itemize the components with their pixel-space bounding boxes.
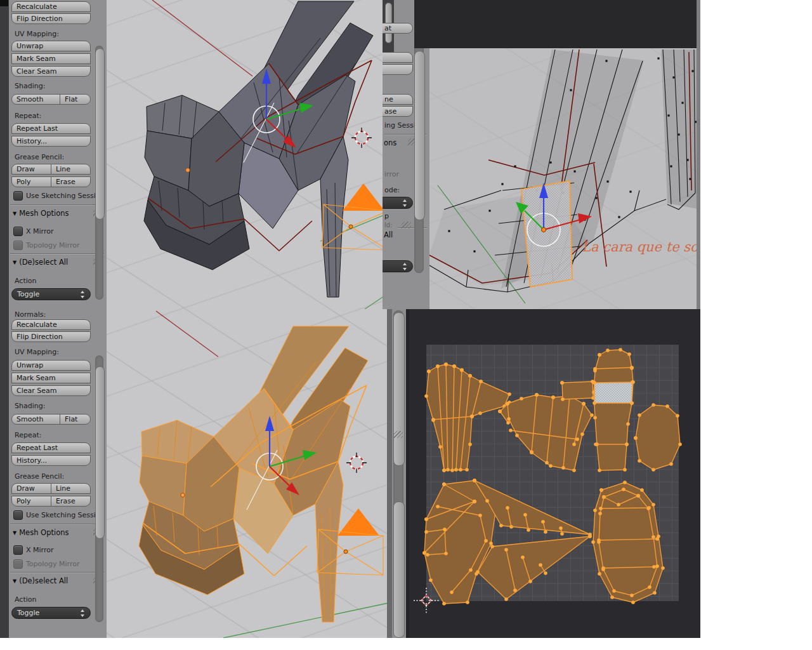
collapse-triangle-icon: ▼: [13, 530, 16, 536]
repeat-last-button[interactable]: Repeat Last: [11, 123, 91, 134]
smooth-button[interactable]: Smooth: [11, 414, 60, 425]
corner-block: [0, 0, 8, 6]
action-label: Action: [15, 595, 36, 604]
x-mirror-label: X Mirror: [26, 546, 53, 554]
x-mirror-checkbox[interactable]: [13, 545, 23, 555]
draw-button[interactable]: Draw: [11, 483, 51, 494]
annotation-text: La cara que te sobra: [582, 239, 700, 255]
sketching-label-fragment: ing Sessi: [384, 121, 416, 129]
mirror-label-fragment: irror: [384, 170, 399, 178]
p-label-fragment: p: [384, 212, 389, 220]
clear-seam-button[interactable]: Clear Seam: [11, 66, 91, 77]
action-dropdown[interactable]: Toggle: [11, 607, 91, 619]
history-button[interactable]: History...: [11, 136, 91, 147]
use-sketching-checkbox[interactable]: [13, 510, 23, 520]
viewport-3d-edit-top[interactable]: [107, 0, 388, 309]
mesh-options-header[interactable]: ▼Mesh Options: [13, 209, 69, 218]
edge-divider-dark: [406, 309, 409, 638]
flat-button[interactable]: Flat: [60, 414, 91, 425]
uv-island-blob[interactable]: [636, 405, 680, 470]
dropdown-arrows-icon: [80, 609, 86, 617]
topology-mirror-label: Topology Mirror: [26, 241, 79, 249]
clipped-button[interactable]: [383, 52, 413, 63]
ld-label-fragment: ld:: [384, 222, 393, 229]
repeat-last-button[interactable]: Repeat Last: [11, 442, 91, 453]
composite-screenshot: La cara que te sobra: [0, 0, 812, 650]
uv-selected-face[interactable]: [594, 382, 632, 403]
erase-button-fragment[interactable]: ase: [383, 106, 413, 117]
flat-button-fragment[interactable]: at: [383, 23, 413, 34]
mesh-options-header[interactable]: ▼Mesh Options: [13, 528, 69, 537]
viewport-wireframe[interactable]: La cara que te sobra: [429, 48, 700, 309]
all-header-fragment[interactable]: All: [384, 230, 393, 239]
shading-label: Shading:: [15, 82, 45, 90]
collapse-triangle-icon: ▼: [13, 578, 16, 584]
mark-seam-button[interactable]: Mark Seam: [11, 373, 91, 383]
repeat-label: Repeat:: [15, 112, 41, 120]
shading-label: Shading:: [15, 402, 45, 410]
history-button[interactable]: History...: [11, 455, 91, 466]
line-button[interactable]: Line: [51, 483, 91, 494]
topology-mirror-checkbox[interactable]: [13, 241, 23, 250]
topology-mirror-label: Topology Mirror: [26, 560, 79, 568]
dropdown-arrows-icon: [80, 291, 86, 298]
dropdown-arrows-icon: [402, 199, 408, 207]
editor-edge-strip: [0, 0, 9, 638]
clipped-dropdown[interactable]: [383, 197, 413, 209]
deselect-all-header[interactable]: ▼(De)select All: [13, 258, 68, 267]
flip-direction-button[interactable]: Flip Direction: [11, 331, 91, 342]
uv-scrollbar-thumb[interactable]: [393, 501, 405, 638]
use-sketching-label: Use Sketching Sessi: [26, 192, 96, 200]
object-origin-dot: [186, 168, 190, 172]
recalculate-button[interactable]: Recalculate: [11, 319, 91, 330]
flip-direction-button[interactable]: Flip Direction: [11, 13, 91, 24]
poly-button[interactable]: Poly: [11, 176, 51, 187]
grease-pencil-label: Grease Pencil:: [15, 153, 64, 161]
action-label: Action: [15, 277, 36, 285]
shelf-scrollbar-thumb[interactable]: [95, 48, 105, 220]
panel-drag-grip-icon[interactable]: [402, 222, 411, 229]
mark-seam-button[interactable]: Mark Seam: [11, 53, 91, 64]
clear-seam-button[interactable]: Clear Seam: [11, 385, 91, 396]
editor-header-bar: [414, 0, 700, 48]
dropdown-arrows-icon: [402, 263, 408, 270]
unwrap-button[interactable]: Unwrap: [11, 41, 91, 51]
uv-scrollbar-thumb[interactable]: [393, 312, 405, 466]
collapse-triangle-icon: ▼: [13, 211, 16, 216]
smooth-button[interactable]: Smooth: [11, 94, 60, 105]
topology-mirror-checkbox[interactable]: [13, 559, 23, 569]
shelf-scrollbar-thumb[interactable]: [95, 366, 105, 539]
use-sketching-checkbox[interactable]: [13, 191, 23, 201]
viewport-3d-edit-bottom[interactable]: [107, 309, 390, 638]
options-header-fragment[interactable]: ons: [384, 138, 396, 147]
uv-mapping-label: UV Mapping:: [15, 348, 59, 356]
recalculate-button[interactable]: Recalculate: [11, 1, 91, 12]
shelf-scrollbar-thumb[interactable]: [414, 51, 425, 220]
tool-shelf-bottom: Normals: Recalculate Flip Direction UV M…: [9, 309, 107, 638]
line-button-fragment[interactable]: ne: [383, 94, 413, 105]
unwrap-button[interactable]: Unwrap: [11, 360, 91, 371]
mode-label-fragment: ode:: [384, 186, 400, 194]
clipped-button[interactable]: [383, 64, 413, 75]
edge-divider: [387, 309, 392, 638]
editor-right-border: [697, 0, 700, 309]
erase-button[interactable]: Erase: [51, 176, 91, 187]
deselect-all-header[interactable]: ▼(De)select All: [13, 576, 68, 585]
action-dropdown[interactable]: Toggle: [11, 288, 91, 300]
tool-shelf-top: Recalculate Flip Direction UV Mapping: U…: [9, 0, 107, 309]
flat-button[interactable]: Flat: [60, 94, 91, 105]
x-mirror-checkbox[interactable]: [13, 227, 23, 236]
collapse-triangle-icon: ▼: [13, 260, 16, 265]
uv-island-rect[interactable]: [562, 381, 593, 399]
x-mirror-label: X Mirror: [26, 227, 53, 235]
clipped-dropdown[interactable]: [383, 260, 413, 272]
draw-button[interactable]: Draw: [11, 164, 51, 175]
scrollbar-grip-icon[interactable]: [394, 431, 403, 438]
repeat-label: Repeat:: [15, 431, 41, 439]
poly-button[interactable]: Poly: [11, 496, 51, 507]
line-button[interactable]: Line: [51, 164, 91, 175]
use-sketching-label: Use Sketching Sessi: [26, 511, 96, 519]
erase-button[interactable]: Erase: [51, 496, 91, 507]
uv-editor[interactable]: [409, 309, 700, 638]
object-origin-dot: [181, 493, 185, 497]
